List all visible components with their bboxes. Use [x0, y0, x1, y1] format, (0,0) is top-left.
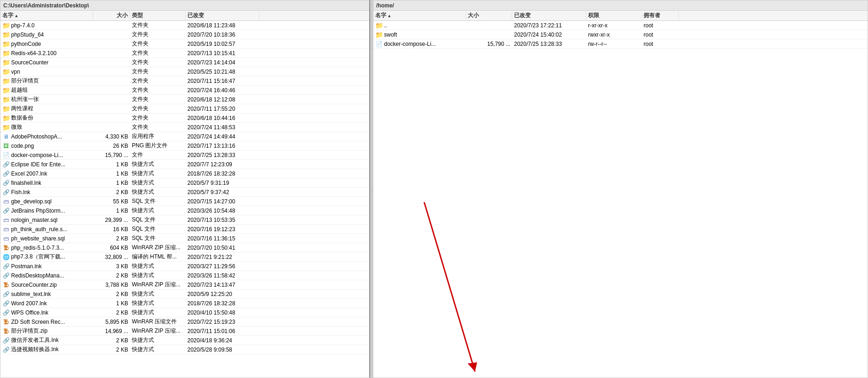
file-type: 快捷方式 [130, 170, 186, 177]
table-row[interactable]: 🖥 AdobePhotoshopA... 4,330 KB 应用程序 2020/… [0, 132, 369, 141]
file-date: 2020/6/18 12:12:08 [186, 96, 260, 103]
file-name: 🔗 Word 2007.lnk [0, 300, 93, 307]
file-size: 2 KB [93, 346, 130, 353]
table-row[interactable]: 🔗 迅捷视频转换器.lnk 2 KB 快捷方式 2020/5/28 9:09:5… [0, 345, 369, 354]
table-row[interactable]: 📁 SourceCounter 文件夹 2020/7/23 14:14:04 [0, 58, 369, 67]
file-size: 1 KB [93, 300, 130, 307]
table-row[interactable]: 🔗 finalshell.lnk 1 KB 快捷方式 2020/5/7 9:31… [0, 178, 369, 188]
table-row[interactable]: 📄 docker-compose-Li... 15,790 ... 文件 202… [0, 151, 369, 160]
file-date: 2020/5/28 9:09:58 [186, 346, 260, 353]
left-col-header-type[interactable]: 类型 [130, 12, 186, 19]
table-row[interactable]: 🗜 ZD Soft Screen Rec... 5,895 KB WinRAR … [0, 317, 369, 327]
table-row[interactable]: 📁 pythonCode 文件夹 2020/5/19 10:02:57 [0, 39, 369, 49]
table-row[interactable]: 🔗 Word 2007.lnk 1 KB 快捷方式 2018/7/26 18:3… [0, 299, 369, 308]
right-col-header-name[interactable]: 名字 ▲ [373, 12, 466, 19]
table-row[interactable]: 🗜 php_redis-5.1.0-7.3... 604 KB WinRAR Z… [0, 243, 369, 252]
right-col-header-size[interactable]: 大小 [466, 12, 512, 19]
file-size: 1 KB [93, 161, 130, 168]
file-name: 📁 .. [373, 22, 466, 29]
table-row[interactable]: 📁 phpStudy_64 文件夹 2020/7/20 10:18:36 [0, 30, 369, 39]
file-size: 29,399 ... [93, 217, 130, 223]
file-date: 2020/3/27 11:29:56 [186, 263, 260, 270]
table-row[interactable]: 📁 php-7.4.0 文件夹 2020/6/18 11:23:48 [0, 21, 369, 30]
table-row[interactable]: 📁 杭州涨一张 文件夹 2020/6/18 12:12:08 [0, 95, 369, 104]
file-size: 26 KB [93, 143, 130, 149]
file-size: 2 KB [93, 309, 130, 316]
file-name: 🔗 WPS Office.lnk [0, 309, 93, 316]
table-row[interactable]: 🔗 Excel 2007.lnk 1 KB 快捷方式 2018/7/26 18:… [0, 169, 369, 178]
table-row[interactable]: 🗃 nologin_master.sql 29,399 ... SQL 文件 2… [0, 215, 369, 225]
table-row[interactable]: 🔗 sublime_text.lnk 2 KB 快捷方式 2020/5/9 12… [0, 290, 369, 299]
file-size: 2 KB [93, 189, 130, 195]
right-col-header-perms[interactable]: 权限 [586, 12, 642, 19]
file-type: 文件夹 [130, 86, 186, 94]
file-date: 2020/7/20 10:18:36 [186, 32, 260, 38]
table-row[interactable]: 🗜 SourceCounter.zip 3,788 KB WinRAR ZIP … [0, 280, 369, 290]
table-row[interactable]: 🗃 gbe_develop.sql 55 KB SQL 文件 2020/7/15… [0, 197, 369, 206]
table-row[interactable]: 🔗 WPS Office.lnk 2 KB 快捷方式 2020/4/10 15:… [0, 308, 369, 317]
table-row[interactable]: 📁 两性课程 文件夹 2020/7/11 17:55:20 [0, 104, 369, 113]
file-date: 2020/5/25 10:21:48 [186, 69, 260, 75]
table-row[interactable]: 📁 vpn 文件夹 2020/5/25 10:21:48 [0, 67, 369, 76]
file-date: 2020/4/18 9:36:24 [186, 337, 260, 344]
table-row[interactable]: 📁 超越组 文件夹 2020/7/24 16:40:46 [0, 86, 369, 95]
left-col-header-name[interactable]: 名字 ▲ [0, 12, 93, 19]
file-date: 2020/7/20 10:50:41 [186, 245, 260, 251]
table-row[interactable]: 🌐 php7.3.8（官网下载... 32,809 ... 编译的 HTML 帮… [0, 252, 369, 262]
file-type: 文件夹 [130, 40, 186, 48]
file-owner: root [642, 22, 679, 29]
file-name: 🖥 AdobePhotoshopA... [0, 133, 93, 140]
file-size: 3 KB [93, 263, 130, 270]
file-date: 2020/3/26 11:58:42 [186, 272, 260, 279]
table-row[interactable]: 🗜 部分详情页.zip 14,969 ... WinRAR ZIP 压缩... … [0, 327, 369, 336]
file-date: 2020/7/25 13:28:33 [186, 152, 260, 158]
table-row[interactable]: 🔗 Eclipse IDE for Ente... 1 KB 快捷方式 2020… [0, 160, 369, 169]
file-name: 🗃 gbe_develop.sql [0, 198, 93, 205]
file-name: 🔗 Fish.lnk [0, 189, 93, 196]
file-type: 文件夹 [130, 95, 186, 103]
right-content: 📁 .. 2020/7/23 17:22:11 r-xr-xr-x root 📁… [373, 21, 868, 378]
table-row[interactable]: 📁 微致 文件夹 2020/7/24 11:48:53 [0, 123, 369, 132]
file-type: 文件夹 [130, 68, 186, 76]
table-row[interactable]: 🗃 ph_website_share.sql 2 KB SQL 文件 2020/… [0, 234, 369, 243]
file-name: 🔗 sublime_text.lnk [0, 290, 93, 298]
file-name: 📁 vpn [0, 68, 93, 76]
file-date: 2020/7/11 15:01:06 [186, 328, 260, 334]
table-row[interactable]: 🖼 code.png 26 KB PNG 图片文件 2020/7/17 13:1… [0, 141, 369, 151]
file-type: 文件夹 [130, 114, 186, 122]
table-row[interactable]: 🔗 JetBrains PhpStorm... 1 KB 快捷方式 2020/3… [0, 206, 369, 215]
table-row[interactable]: 📁 Redis-x64-3.2.100 文件夹 2020/7/13 10:15:… [0, 49, 369, 58]
right-pane-header: /home/ [373, 0, 868, 11]
file-owner: root [642, 41, 679, 47]
file-name: 📁 数据备份 [0, 114, 93, 122]
file-type: 快捷方式 [130, 271, 186, 279]
table-row[interactable]: 📁 swoft 2020/7/24 15:40:02 rwxr-xr-x roo… [373, 30, 868, 39]
table-row[interactable]: 📁 部分详情页 文件夹 2020/7/11 15:16:47 [0, 76, 369, 86]
file-date: 2020/7/22 15:19:23 [186, 319, 260, 325]
file-type: WinRAR ZIP 压缩... [130, 327, 186, 335]
file-size: 2 KB [93, 291, 130, 297]
table-row[interactable]: 🔗 Postman.lnk 3 KB 快捷方式 2020/3/27 11:29:… [0, 262, 369, 271]
file-name: 🔗 Excel 2007.lnk [0, 170, 93, 177]
right-col-header-date[interactable]: 已改变 [512, 12, 586, 19]
table-row[interactable]: 🔗 Fish.lnk 2 KB 快捷方式 2020/5/7 9:37:42 [0, 188, 369, 197]
file-name: 🔗 迅捷视频转换器.lnk [0, 346, 93, 353]
file-type: WinRAR 压缩文件 [130, 318, 186, 326]
table-row[interactable]: 📄 docker-compose-Li... 15,790 ... 2020/7… [373, 39, 868, 49]
left-col-header-date[interactable]: 已改变 [186, 12, 260, 19]
table-row[interactable]: 📁 数据备份 文件夹 2020/6/18 10:44:16 [0, 113, 369, 123]
right-pane: /home/ 名字 ▲ 大小 已改变 权限 拥有者 📁 .. 2020/7/23… [373, 0, 868, 378]
table-row[interactable]: 📁 .. 2020/7/23 17:22:11 r-xr-xr-x root [373, 21, 868, 30]
file-name: 📁 phpStudy_64 [0, 31, 93, 38]
file-date: 2020/6/18 11:23:48 [186, 22, 260, 29]
table-row[interactable]: 🔗 RedisDesktopMana... 2 KB 快捷方式 2020/3/2… [0, 271, 369, 280]
right-col-header-owner[interactable]: 拥有者 [642, 12, 679, 19]
file-name: 🗜 SourceCounter.zip [0, 281, 93, 289]
left-col-header-size[interactable]: 大小 [93, 12, 130, 19]
file-name: 🔗 RedisDesktopMana... [0, 272, 93, 279]
file-size: 16 KB [93, 226, 130, 233]
file-type: 快捷方式 [130, 160, 186, 168]
table-row[interactable]: 🔗 微信开发者工具.lnk 2 KB 快捷方式 2020/4/18 9:36:2… [0, 336, 369, 345]
file-name: 🔗 JetBrains PhpStorm... [0, 207, 93, 214]
table-row[interactable]: 🗃 ph_think_auth_rule.s... 16 KB SQL 文件 2… [0, 225, 369, 234]
